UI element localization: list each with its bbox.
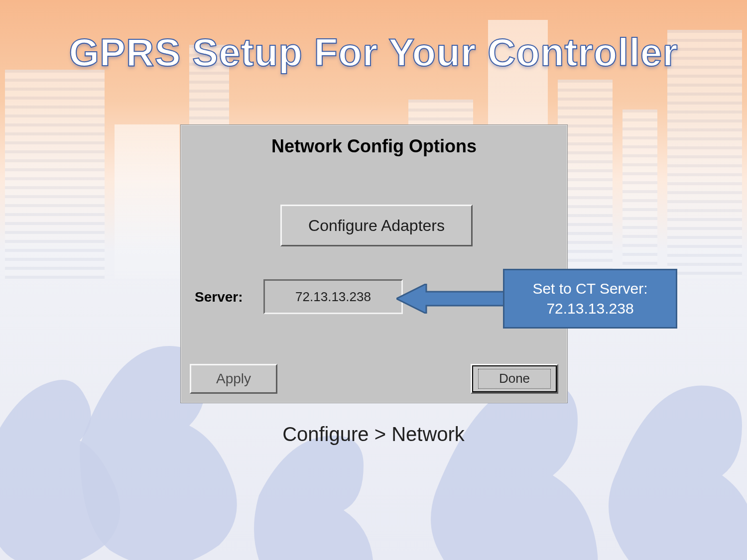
breadcrumb: Configure > Network — [0, 423, 747, 446]
server-input[interactable]: 72.13.13.238 — [263, 279, 403, 314]
callout-note: Set to CT Server: 72.13.13.238 — [503, 269, 677, 329]
network-config-dialog: Network Config Options Configure Adapter… — [180, 124, 568, 403]
done-button[interactable]: Done — [471, 364, 558, 394]
done-button-label: Done — [478, 369, 551, 389]
dialog-heading: Network Config Options — [181, 136, 567, 157]
callout-line2: 72.13.13.238 — [546, 300, 633, 317]
callout-line1: Set to CT Server: — [532, 280, 647, 297]
apply-button[interactable]: Apply — [190, 364, 277, 394]
configure-adapters-button[interactable]: Configure Adapters — [280, 205, 473, 246]
slide-title: GPRS Setup For Your Controller — [0, 30, 747, 75]
server-label: Server: — [195, 289, 243, 305]
